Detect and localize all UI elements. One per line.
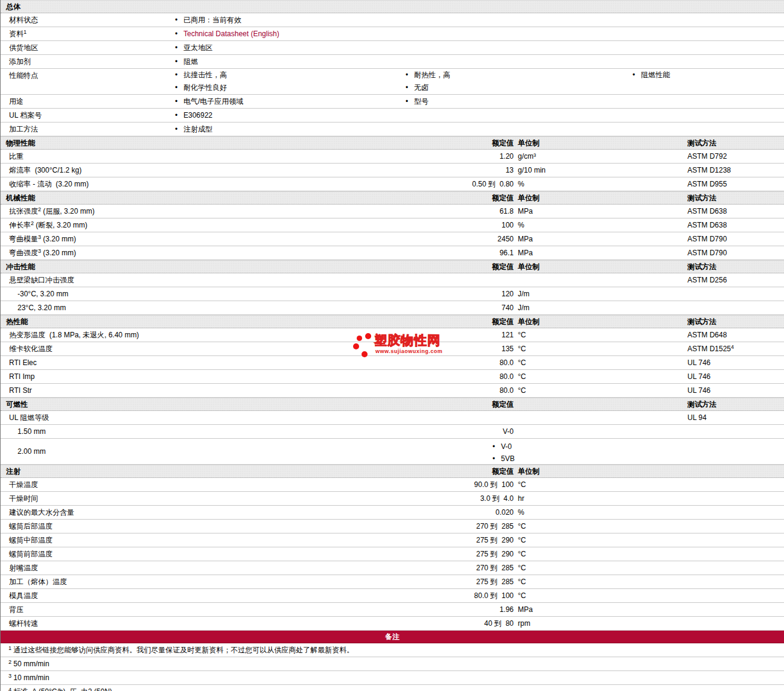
- unit-label: °C: [518, 328, 526, 342]
- property-label: 资料1: [9, 27, 27, 41]
- bullet-icon: •: [492, 453, 501, 464]
- rated-value-bullet-item: •5VB: [492, 453, 515, 464]
- rated-value: 1.20: [393, 150, 514, 163]
- unit-label: °C: [518, 370, 526, 383]
- rated-value: 80.0: [393, 356, 514, 369]
- rated-value: 270 到 285: [393, 520, 514, 533]
- property-label: 螺杆转速: [9, 617, 38, 630]
- unit-label: %: [518, 218, 524, 232]
- property-label: 2.00 mm: [18, 439, 46, 464]
- property-label: UL 阻燃等级: [9, 411, 49, 424]
- test-method: ASTM D256: [687, 273, 727, 287]
- property-row: 加工方法•注射成型: [1, 123, 784, 136]
- section-header-impact: 冲击性能额定值单位制测试方法: [1, 260, 784, 273]
- property-label: 螺筒前部温度: [9, 547, 53, 561]
- rated-value: V-0: [393, 425, 514, 438]
- unit-label: °C: [518, 561, 526, 575]
- property-row: RTI Imp80.0°CUL 746: [1, 370, 784, 384]
- section-title-thermal: 热性能: [6, 316, 28, 328]
- property-row: 伸长率2 (断裂, 3.20 mm)100%ASTM D638: [1, 218, 784, 232]
- unit-label: g/cm³: [518, 150, 536, 163]
- rated-value: 80.0: [393, 370, 514, 383]
- unit-label: g/10 min: [518, 164, 546, 177]
- bullet-item: •E306922: [175, 109, 212, 122]
- bullet-item: •抗撞击性，高: [175, 69, 227, 81]
- property-row: 用途•电气/电子应用领域•型号: [1, 95, 784, 109]
- property-label: 背压: [9, 603, 24, 616]
- property-label: 悬壁梁缺口冲击强度: [9, 273, 74, 287]
- rated-value: V-0: [501, 442, 512, 451]
- bullet-icon: •: [175, 41, 183, 54]
- property-row: 加工（熔体）温度275 到 285°C: [1, 575, 784, 589]
- property-label: 维卡软化温度: [9, 342, 53, 355]
- section-header-injection: 注射额定值单位制: [1, 465, 784, 478]
- test-method: UL 746: [687, 356, 710, 369]
- bullet-icon: •: [633, 69, 641, 81]
- bullet-icon: •: [175, 81, 183, 94]
- section-title-injection: 注射: [6, 465, 21, 477]
- unit-label: J/m: [518, 301, 529, 314]
- property-label: 模具温度: [9, 589, 38, 602]
- property-row: 供货地区•亚太地区: [1, 41, 784, 55]
- superscript-ref: 2: [31, 220, 34, 226]
- rated-value: 61.8: [393, 205, 514, 218]
- property-label-note: (断裂, 3.20 mm): [34, 221, 88, 229]
- property-label: 23°C, 3.20 mm: [18, 301, 66, 314]
- column-header-test-method: 测试方法: [687, 137, 716, 149]
- rated-value: 275 到 290: [393, 533, 514, 547]
- section-header-physical: 物理性能额定值单位制测试方法: [1, 136, 784, 150]
- datasheet: 总体材料状态•已商用：当前有效资料1•Technical Datasheet (…: [0, 0, 784, 691]
- datasheet-link[interactable]: Technical Datasheet (English): [183, 30, 279, 38]
- rated-value: 13: [393, 164, 514, 177]
- property-row: 螺筒中部温度275 到 290°C: [1, 533, 784, 547]
- property-row: UL 档案号•E306922: [1, 109, 784, 123]
- property-row: 1.50 mmV-0: [1, 425, 784, 439]
- unit-label: °C: [518, 547, 526, 561]
- column-header-rated-value: 额定值: [393, 192, 514, 204]
- property-label: 熔流率 (300°C/1.2 kg): [9, 164, 81, 177]
- rated-value: 96.1: [393, 246, 514, 260]
- column-header-rated-value: 额定值: [393, 137, 514, 149]
- bullet-item-label: 已商用：当前有效: [183, 16, 241, 24]
- superscript-ref: 3: [38, 234, 41, 240]
- property-label: 伸长率2 (断裂, 3.20 mm): [9, 218, 88, 232]
- property-label-note: (3.20 mm): [41, 235, 76, 243]
- unit-label: rpm: [518, 617, 531, 630]
- property-label: 比重: [9, 150, 24, 163]
- bullet-icon: •: [175, 109, 183, 122]
- section-title-flammability: 可燃性: [6, 398, 28, 410]
- bullet-item: •阻燃: [175, 55, 198, 68]
- test-method: ASTM D638: [687, 205, 727, 218]
- sections-container: 总体材料状态•已商用：当前有效资料1•Technical Datasheet (…: [1, 0, 784, 691]
- section-header-mechanical: 机械性能额定值单位制测试方法: [1, 191, 784, 205]
- bullet-icon: •: [175, 27, 183, 40]
- property-label: 收缩率 - 流动 (3.20 mm): [9, 177, 89, 191]
- bullet-icon: •: [175, 69, 183, 81]
- column-header-rated-value: 额定值: [393, 261, 514, 273]
- unit-label: °C: [518, 342, 526, 355]
- property-label-note: (屈服, 3.20 mm): [41, 207, 95, 215]
- column-header-test-method: 测试方法: [687, 261, 716, 273]
- note-ref: 2: [8, 659, 11, 665]
- property-label: 抗张强度2 (屈服, 3.20 mm): [9, 205, 95, 218]
- note-text: 50 mm/min: [11, 660, 49, 668]
- property-row: 比重1.20g/cm³ASTM D792: [1, 150, 784, 164]
- property-row: RTI Str80.0°CUL 746: [1, 384, 784, 398]
- test-method: ASTM D955: [687, 177, 727, 191]
- property-label: 弯曲模量3 (3.20 mm): [9, 232, 76, 246]
- bullet-item: •阻燃性能: [633, 69, 670, 81]
- unit-label: °C: [518, 520, 526, 533]
- property-row: 熔流率 (300°C/1.2 kg)13g/10 minASTM D1238: [1, 164, 784, 177]
- test-method: ASTM D15254: [687, 342, 734, 356]
- property-row: 资料1•Technical Datasheet (English): [1, 27, 784, 41]
- property-label: 1.50 mm: [18, 425, 46, 438]
- property-label: 添加剂: [9, 55, 31, 68]
- bullet-item-label: 电气/电子应用领域: [183, 97, 243, 106]
- notes-band: 备注: [1, 631, 784, 643]
- property-label: 用途: [9, 95, 24, 108]
- note-row: 3 10 mm/min: [1, 671, 784, 685]
- note-row: 4 标准 A (50°C/h), 压 力2 (50N): [1, 685, 784, 691]
- test-method: ASTM D792: [687, 150, 727, 163]
- bullet-item: •已商用：当前有效: [175, 13, 241, 27]
- property-label: 射嘴温度: [9, 561, 38, 575]
